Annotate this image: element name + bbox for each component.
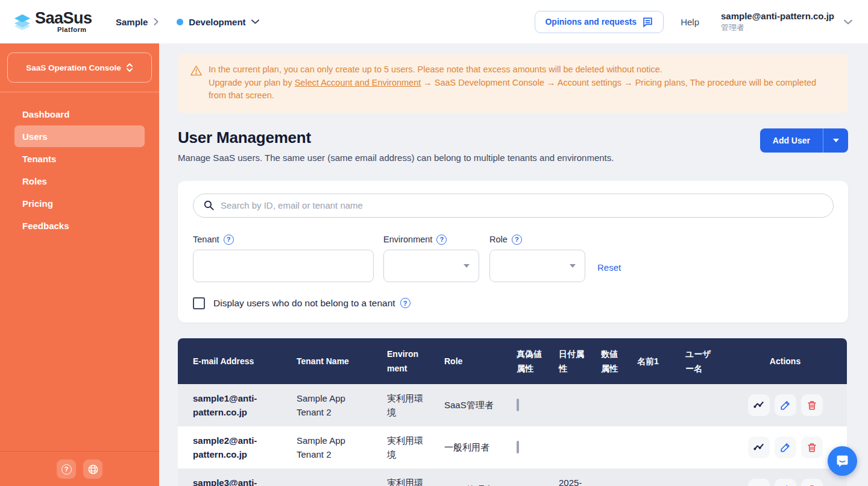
- edit-button[interactable]: [775, 479, 796, 486]
- sidebar-footer: ?: [0, 451, 159, 486]
- col-actions: Actions: [723, 338, 847, 384]
- console-switcher[interactable]: SaaS Operation Console: [7, 52, 152, 83]
- trash-icon: [807, 484, 817, 486]
- plan-warning-banner: In the current plan, you can only create…: [178, 54, 848, 113]
- chat-widget-button[interactable]: [828, 446, 857, 476]
- banner-account-environment-link[interactable]: Select Account and Environment: [295, 78, 421, 87]
- no-tenant-checkbox-label: Display users who do not belong to a ten…: [213, 298, 395, 309]
- no-tenant-checkbox[interactable]: [193, 297, 205, 309]
- cell-role: SaaS管理者: [437, 469, 509, 486]
- tenant-help-icon[interactable]: ?: [224, 235, 234, 245]
- role-filter-select[interactable]: [489, 250, 585, 282]
- activity-button[interactable]: [748, 479, 770, 486]
- globe-icon: [87, 464, 99, 475]
- reset-filters-link[interactable]: Reset: [597, 262, 621, 273]
- cell-name1: [630, 426, 678, 469]
- cell-email: sample1@anti-pattern.co.jp: [178, 384, 289, 426]
- main-content: In the current plan, you can only create…: [159, 43, 868, 486]
- col-bool-attr: 真偽値属性: [509, 338, 552, 384]
- sidebar-item-feedbacks[interactable]: Feedbacks: [14, 215, 145, 236]
- chevron-right-icon: [154, 18, 159, 25]
- edit-button[interactable]: [775, 437, 796, 458]
- user-menu-chevron-icon[interactable]: [844, 19, 852, 25]
- add-user-dropdown-button[interactable]: [823, 128, 848, 153]
- opinions-requests-label: Opinions and requests: [545, 17, 637, 27]
- comment-icon: [642, 16, 653, 28]
- activity-icon: [753, 484, 765, 486]
- cell-date-attr: [552, 426, 594, 469]
- col-num-attr: 数値属性: [594, 338, 630, 384]
- delete-button[interactable]: [801, 437, 823, 458]
- bool-attr-checkbox[interactable]: [517, 441, 519, 453]
- opinions-requests-button[interactable]: Opinions and requests: [535, 11, 664, 33]
- role-help-icon[interactable]: ?: [512, 235, 522, 245]
- col-role: Role: [437, 338, 509, 384]
- activity-button[interactable]: [748, 437, 770, 458]
- unfold-icon: [126, 63, 133, 72]
- edit-pencil-icon: [780, 484, 791, 486]
- cell-username: [678, 384, 723, 426]
- banner-line2-prefix: Upgrade your plan by: [209, 78, 295, 87]
- sidebar-item-tenants[interactable]: Tenants: [14, 148, 145, 169]
- edit-button[interactable]: [775, 394, 796, 416]
- environment-name: Development: [189, 17, 245, 27]
- sidebar-language-button[interactable]: [83, 459, 102, 479]
- chevron-down-icon: [251, 19, 259, 24]
- banner-line1: In the current plan, you can only create…: [209, 65, 662, 74]
- no-tenant-help-icon[interactable]: ?: [400, 298, 410, 308]
- cell-username: tset2: [678, 469, 723, 486]
- cell-bool-attr: [509, 384, 552, 426]
- table-row: sample3@anti-pattern.co.jp ryudai-tenant…: [178, 469, 847, 486]
- cell-role: 一般利用者: [437, 426, 509, 469]
- role-filter: Role ?: [489, 235, 585, 282]
- user-email: sample@anti-pattern.co.jp: [721, 10, 834, 22]
- col-environment: Environment: [380, 338, 437, 384]
- tenant-filter-label: Tenant: [193, 235, 219, 244]
- trash-icon: [807, 442, 817, 453]
- environment-selector[interactable]: Development: [177, 17, 259, 27]
- sidebar-item-pricing[interactable]: Pricing: [14, 192, 145, 214]
- activity-icon: [753, 441, 765, 453]
- breadcrumb[interactable]: Sample: [116, 17, 159, 27]
- page-header: User Management Manage SaaS users. The s…: [178, 128, 848, 163]
- delete-button[interactable]: [801, 479, 823, 486]
- cell-num-attr: [594, 384, 630, 426]
- cell-date-attr: [552, 384, 594, 426]
- tenant-filter: Tenant ?: [193, 235, 374, 282]
- bool-attr-checkbox[interactable]: [517, 399, 519, 411]
- environment-dot-icon: [177, 19, 183, 25]
- search-filter-card: Tenant ? Environment ? Role ?: [178, 181, 848, 323]
- environment-filter-label: Environment: [383, 235, 432, 244]
- cell-actions: [723, 384, 847, 426]
- cell-environment: 実利用環境: [380, 469, 437, 486]
- cell-email: sample2@anti-pattern.co.jp: [178, 426, 289, 469]
- add-user-split-button: Add User: [760, 128, 848, 153]
- breadcrumb-label[interactable]: Sample: [116, 17, 148, 27]
- cell-username: [678, 426, 723, 469]
- add-user-button[interactable]: Add User: [760, 128, 823, 153]
- role-filter-label: Role: [489, 235, 508, 244]
- delete-button[interactable]: [801, 394, 823, 416]
- help-link[interactable]: Help: [681, 17, 699, 27]
- environment-help-icon[interactable]: ?: [436, 235, 447, 245]
- sidebar-item-users[interactable]: Users: [14, 125, 145, 147]
- edit-pencil-icon: [780, 442, 791, 453]
- user-menu[interactable]: sample@anti-pattern.co.jp 管理者: [721, 10, 834, 33]
- cell-role: SaaS管理者: [437, 384, 509, 426]
- sidebar-help-button[interactable]: ?: [57, 459, 76, 479]
- banner-text: In the current plan, you can only create…: [209, 63, 836, 103]
- activity-button[interactable]: [748, 394, 770, 416]
- search-input[interactable]: [193, 194, 834, 218]
- chat-bubble-icon: [835, 453, 850, 469]
- environment-filter-select[interactable]: [383, 250, 479, 282]
- cell-bool-attr: [509, 426, 552, 469]
- sidebar: SaaS Operation Console Dashboard Users T…: [0, 43, 159, 486]
- user-role: 管理者: [721, 22, 834, 33]
- sidebar-item-roles[interactable]: Roles: [14, 170, 145, 192]
- console-switcher-label: SaaS Operation Console: [26, 63, 121, 72]
- sidebar-item-dashboard[interactable]: Dashboard: [14, 103, 145, 125]
- tenant-filter-input[interactable]: [193, 250, 374, 282]
- cell-num-attr: 2: [594, 469, 630, 486]
- caret-down-icon: [833, 139, 839, 142]
- cell-email: sample3@anti-pattern.co.jp: [178, 469, 289, 486]
